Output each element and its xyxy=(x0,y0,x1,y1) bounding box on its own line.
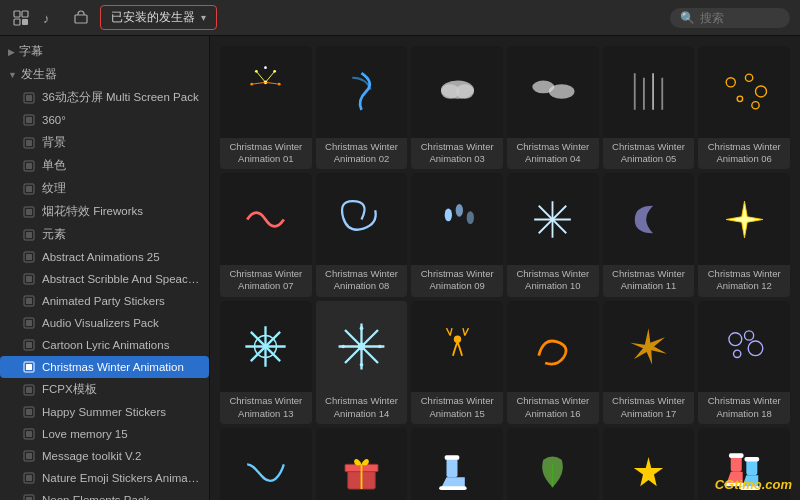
svg-rect-104 xyxy=(444,456,459,461)
svg-point-96 xyxy=(729,333,742,346)
grid-item-2[interactable]: Christmas Winter Animation 02 xyxy=(316,46,408,169)
sidebar-item-5[interactable]: 烟花特效 Fireworks xyxy=(0,200,209,223)
grid-item-4[interactable]: Christmas Winter Animation 04 xyxy=(507,46,599,169)
grid-item-15[interactable]: Christmas Winter Animation 15 xyxy=(411,301,503,424)
grid-item-19[interactable]: Christmas Winter Animation 19 xyxy=(220,428,312,500)
sidebar-item-icon-6 xyxy=(22,228,36,242)
svg-point-97 xyxy=(744,331,753,340)
sidebar-item-icon-13 xyxy=(22,383,36,397)
grid-item-13[interactable]: Christmas Winter Animation 13 xyxy=(220,301,312,424)
grid-item-10[interactable]: Christmas Winter Animation 10 xyxy=(507,173,599,296)
grid-item-5[interactable]: Christmas Winter Animation 05 xyxy=(603,46,695,169)
sidebar-item-icon-18 xyxy=(22,493,36,500)
sidebar-item-4[interactable]: 纹理 xyxy=(0,177,209,200)
grid-item-7[interactable]: Christmas Winter Animation 07 xyxy=(220,173,312,296)
grid-item-21[interactable]: Christmas Winter Animation 21 xyxy=(411,428,503,500)
item-label-1: Christmas Winter Animation 01 xyxy=(220,138,312,170)
sidebar-item-8[interactable]: Abstract Scribble And Speach B... xyxy=(0,268,209,290)
grid-item-24[interactable]: Christmas Winter Animation 24 xyxy=(698,428,790,500)
svg-rect-5 xyxy=(75,15,87,23)
svg-point-76 xyxy=(466,211,473,224)
thumbnail-2 xyxy=(316,46,408,138)
sidebar-item-label-17: Nature Emoji Stickers Animations xyxy=(42,472,201,484)
sidebar-item-6[interactable]: 元素 xyxy=(0,223,209,246)
thumbnail-20 xyxy=(316,428,408,500)
sidebar-item-label-2: 背景 xyxy=(42,135,66,150)
sidebar-item-icon-16 xyxy=(22,449,36,463)
sidebar-item-icon-4 xyxy=(22,182,36,196)
thumbnail-8 xyxy=(316,173,408,265)
grid-item-11[interactable]: Christmas Winter Animation 11 xyxy=(603,173,695,296)
grid-item-6[interactable]: Christmas Winter Animation 06 xyxy=(698,46,790,169)
sidebar-item-11[interactable]: Cartoon Lyric Animations xyxy=(0,334,209,356)
grid-item-9[interactable]: Christmas Winter Animation 09 xyxy=(411,173,503,296)
sidebar-item-3[interactable]: 单色 xyxy=(0,154,209,177)
sidebar-item-label-8: Abstract Scribble And Speach B... xyxy=(42,273,201,285)
sidebar-item-18[interactable]: Neon Elements Pack xyxy=(0,489,209,500)
svg-rect-3 xyxy=(22,19,28,25)
thumbnail-10 xyxy=(507,173,599,265)
svg-point-91 xyxy=(360,326,364,330)
sidebar-item-icon-0 xyxy=(22,91,36,105)
grid-item-17[interactable]: Christmas Winter Animation 17 xyxy=(603,301,695,424)
svg-rect-111 xyxy=(744,457,759,462)
toolbar-icon-3[interactable] xyxy=(70,7,92,29)
thumbnail-6 xyxy=(698,46,790,138)
item-label-6: Christmas Winter Animation 06 xyxy=(698,138,790,170)
svg-point-93 xyxy=(341,345,345,349)
grid-item-16[interactable]: Christmas Winter Animation 16 xyxy=(507,301,599,424)
sidebar-item-0[interactable]: 36动态分屏 Multi Screen Pack xyxy=(0,86,209,109)
svg-point-70 xyxy=(745,74,752,81)
toolbar-icon-1[interactable] xyxy=(10,7,32,29)
search-input[interactable] xyxy=(700,11,780,25)
sidebar-item-7[interactable]: Abstract Animations 25 xyxy=(0,246,209,268)
grid-item-22[interactable]: Christmas Winter Animation 22 xyxy=(507,428,599,500)
sidebar-item-icon-17 xyxy=(22,471,36,485)
thumbnail-19 xyxy=(220,428,312,500)
svg-point-75 xyxy=(455,204,462,217)
sidebar-item-10[interactable]: Audio Visualizers Pack xyxy=(0,312,209,334)
sidebar-item-label-14: Happy Summer Stickers xyxy=(42,406,166,418)
thumbnail-12 xyxy=(698,173,790,265)
toolbar: ♪ 已安装的发生器 ▾ 🔍 xyxy=(0,0,800,36)
sidebar-cat-generators[interactable]: ▼ 发生器 xyxy=(0,63,209,86)
sidebar-item-icon-8 xyxy=(22,272,36,286)
thumbnail-16 xyxy=(507,301,599,393)
grid-item-18[interactable]: Christmas Winter Animation 18 xyxy=(698,301,790,424)
item-label-18: Christmas Winter Animation 18 xyxy=(698,392,790,424)
grid-item-23[interactable]: Christmas Winter Animation 23 xyxy=(603,428,695,500)
sidebar-item-2[interactable]: 背景 xyxy=(0,131,209,154)
svg-rect-27 xyxy=(26,320,32,326)
sidebar-item-12[interactable]: Christmas Winter Animation xyxy=(0,356,209,378)
sidebar-item-16[interactable]: Message toolkit V.2 xyxy=(0,445,209,467)
grid-item-14[interactable]: Christmas Winter Animation 14 xyxy=(316,301,408,424)
thumbnail-1 xyxy=(220,46,312,138)
svg-rect-33 xyxy=(26,387,32,393)
svg-rect-41 xyxy=(26,475,32,481)
sidebar-cat-fonts[interactable]: ▶ 字幕 xyxy=(0,40,209,63)
svg-rect-2 xyxy=(14,19,20,25)
sidebar-item-icon-7 xyxy=(22,250,36,264)
grid-item-20[interactable]: Christmas Winter Animation 20 xyxy=(316,428,408,500)
grid-item-12[interactable]: Christmas Winter Animation 12 xyxy=(698,173,790,296)
grid-item-8[interactable]: Christmas Winter Animation 08 xyxy=(316,173,408,296)
generator-dropdown[interactable]: 已安装的发生器 ▾ xyxy=(100,5,217,30)
svg-point-57 xyxy=(251,83,254,86)
sidebar-item-17[interactable]: Nature Emoji Stickers Animations xyxy=(0,467,209,489)
sidebar-item-1[interactable]: 360° xyxy=(0,109,209,131)
item-label-7: Christmas Winter Animation 07 xyxy=(220,265,312,297)
sidebar-item-label-12: Christmas Winter Animation xyxy=(42,361,184,373)
grid-item-1[interactable]: Christmas Winter Animation 01 xyxy=(220,46,312,169)
sidebar-item-9[interactable]: Animated Party Stickers xyxy=(0,290,209,312)
svg-rect-37 xyxy=(26,431,32,437)
sidebar-item-13[interactable]: FCPX模板 xyxy=(0,378,209,401)
toolbar-icon-2[interactable]: ♪ xyxy=(40,7,62,29)
svg-rect-11 xyxy=(26,140,32,146)
svg-rect-35 xyxy=(26,409,32,415)
sidebar-item-15[interactable]: Love memory 15 xyxy=(0,423,209,445)
grid-item-3[interactable]: Christmas Winter Animation 03 xyxy=(411,46,503,169)
svg-point-73 xyxy=(751,102,758,109)
svg-rect-17 xyxy=(26,209,32,215)
thumbnail-11 xyxy=(603,173,695,265)
sidebar-item-14[interactable]: Happy Summer Stickers xyxy=(0,401,209,423)
